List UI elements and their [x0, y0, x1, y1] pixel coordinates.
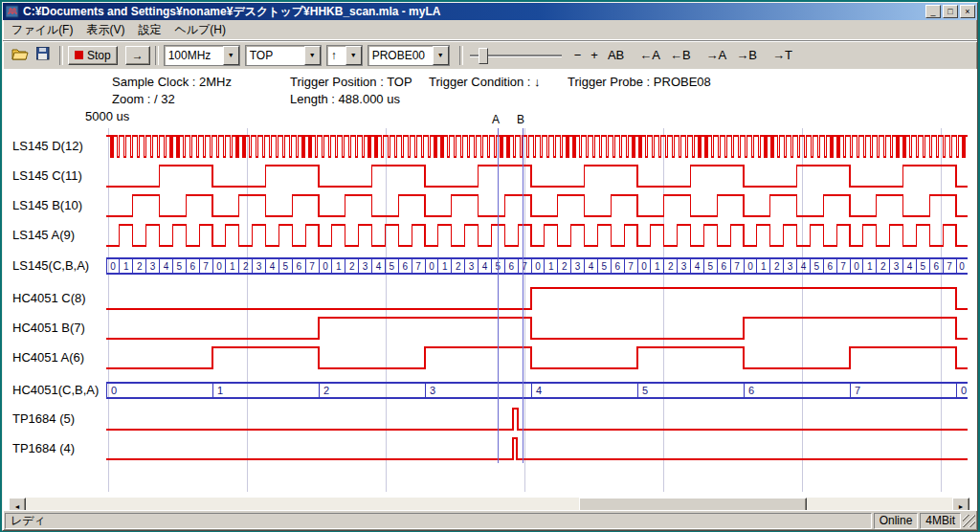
channel-label[interactable]: LS145(C,B,A) [12, 258, 89, 273]
svg-text:3: 3 [894, 261, 900, 272]
svg-text:7: 7 [309, 261, 315, 272]
svg-text:6: 6 [933, 261, 939, 272]
svg-text:5: 5 [283, 261, 289, 272]
menu-file[interactable]: ファイル(F) [5, 20, 79, 40]
trigger-edge-select[interactable]: ↑ ▼ [326, 45, 363, 66]
svg-text:6: 6 [296, 261, 301, 272]
svg-text:3: 3 [469, 261, 475, 272]
svg-text:1: 1 [867, 261, 873, 272]
svg-text:4: 4 [695, 261, 701, 272]
chevron-down-icon[interactable]: ▼ [223, 46, 239, 65]
zoom-out-button[interactable]: − [569, 46, 587, 65]
svg-text:1: 1 [655, 261, 660, 272]
zoom-slider-thumb[interactable] [479, 48, 488, 64]
menu-settings[interactable]: 設定 [131, 20, 167, 40]
menu-view[interactable]: 表示(V) [79, 20, 131, 40]
channel-label[interactable]: HC4051 A(6) [12, 350, 84, 365]
scroll-left-icon[interactable]: ◄ [9, 498, 26, 510]
menu-help[interactable]: ヘルプ(H) [167, 20, 233, 40]
toolbar-separator [155, 46, 159, 65]
goto-marker-b-right-button[interactable]: →B [731, 46, 762, 65]
save-button[interactable] [32, 45, 55, 66]
svg-text:1: 1 [123, 261, 129, 272]
scroll-right-icon[interactable]: ► [952, 498, 969, 510]
toolbar-separator [59, 46, 63, 65]
run-button[interactable]: → [125, 46, 150, 65]
svg-text:6: 6 [721, 261, 726, 272]
channel-label[interactable]: HC4051(C,B,A) [12, 383, 99, 397]
svg-text:2: 2 [323, 385, 329, 396]
marker-label-B[interactable]: B [517, 113, 524, 126]
svg-text:4: 4 [801, 261, 807, 272]
channel-label[interactable]: HC4051 B(7) [12, 321, 85, 335]
svg-text:5: 5 [642, 385, 648, 396]
channel-label[interactable]: LS145 B(10) [12, 198, 82, 212]
svg-text:6: 6 [748, 385, 754, 396]
svg-text:5: 5 [602, 261, 608, 272]
svg-text:0: 0 [323, 261, 328, 272]
channel-label[interactable]: TP1684 (5) [12, 411, 75, 426]
horizontal-scrollbar[interactable]: ◄ ► [9, 498, 969, 510]
title-bar[interactable]: C:¥Documents and Settings¥noname¥デスクトップ¥… [3, 3, 977, 20]
zoom-slider[interactable] [470, 46, 562, 65]
goto-marker-a-left-button[interactable]: ←A [635, 46, 665, 65]
stop-button[interactable]: Stop [68, 46, 118, 65]
chevron-down-icon[interactable]: ▼ [345, 46, 362, 65]
status-online: Online [874, 513, 919, 529]
svg-text:4: 4 [270, 261, 276, 272]
close-button[interactable]: × [960, 5, 975, 18]
open-file-button[interactable] [9, 45, 32, 66]
svg-text:2: 2 [668, 261, 674, 272]
svg-text:5: 5 [921, 261, 926, 272]
svg-text:5: 5 [708, 261, 714, 272]
stop-icon [75, 51, 83, 59]
goto-marker-a-right-button[interactable]: →A [702, 46, 732, 65]
svg-text:5: 5 [496, 261, 501, 272]
status-bar: レディ Online 4MBit [3, 510, 977, 530]
svg-text:7: 7 [415, 261, 421, 272]
channel-label[interactable]: HC4051 C(8) [12, 291, 86, 305]
svg-text:3: 3 [788, 261, 793, 272]
chevron-down-icon[interactable]: ▼ [433, 46, 449, 65]
svg-text:6: 6 [189, 261, 195, 272]
svg-text:7: 7 [628, 261, 634, 272]
svg-text:0: 0 [959, 261, 965, 272]
marker-label-A[interactable]: A [492, 113, 500, 126]
trigger-position-select[interactable]: TOP ▼ [245, 45, 322, 66]
svg-text:6: 6 [402, 261, 408, 272]
svg-text:4: 4 [536, 385, 542, 396]
channel-label[interactable]: LS145 C(11) [12, 168, 82, 183]
open-folder-icon [11, 47, 29, 63]
svg-text:7: 7 [855, 385, 860, 396]
svg-text:0: 0 [110, 261, 116, 272]
floppy-disk-icon [36, 47, 50, 63]
goto-marker-b-left-button[interactable]: ←B [665, 46, 696, 65]
goto-trigger-button[interactable]: →T [768, 46, 797, 65]
svg-text:4: 4 [589, 261, 594, 272]
maximize-button[interactable]: □ [943, 5, 958, 18]
trigger-probe-select[interactable]: PROBE00 ▼ [368, 45, 450, 66]
run-arrow-icon: → [132, 49, 144, 62]
svg-text:0: 0 [429, 261, 434, 272]
channel-label[interactable]: LS145 D(12) [12, 139, 83, 153]
svg-text:1: 1 [548, 261, 554, 272]
svg-text:1: 1 [336, 261, 342, 272]
scrollbar-trough[interactable] [26, 498, 952, 510]
svg-text:3: 3 [681, 261, 687, 272]
sample-clock-select[interactable]: 100MHz ▼ [164, 45, 240, 66]
svg-text:6: 6 [508, 261, 514, 272]
svg-text:0: 0 [854, 261, 859, 272]
waveform-canvas[interactable]: 0123456701234567012345670123456701234567… [3, 69, 975, 510]
svg-text:7: 7 [734, 261, 740, 272]
channel-label[interactable]: TP1684 (4) [12, 441, 75, 455]
zoom-in-button[interactable]: + [586, 46, 603, 65]
scrollbar-thumb[interactable] [579, 498, 807, 510]
svg-text:4: 4 [907, 261, 913, 272]
minimize-button[interactable]: _ [925, 5, 941, 18]
resize-grip[interactable] [963, 515, 975, 527]
zoom-ab-button[interactable]: AB [603, 46, 629, 65]
svg-text:1: 1 [442, 261, 448, 272]
chevron-down-icon[interactable]: ▼ [304, 46, 321, 65]
window-title: C:¥Documents and Settings¥noname¥デスクトップ¥… [23, 4, 925, 20]
channel-label[interactable]: LS145 A(9) [12, 228, 75, 242]
